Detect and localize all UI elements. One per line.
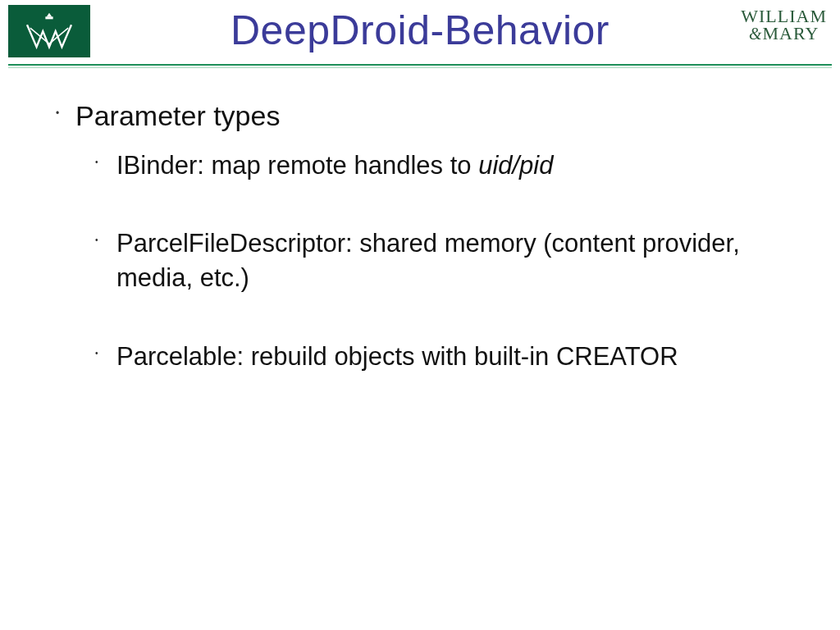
bullet-level2: • ParcelFileDescriptor: shared memory (c… xyxy=(92,226,807,295)
wordmark-line2: &MARY xyxy=(741,25,827,43)
slide-body: • Parameter types • IBinder: map remote … xyxy=(52,98,807,374)
wordmark-mary: MARY xyxy=(763,23,819,43)
wordmark-ampersand: & xyxy=(749,25,763,43)
bullet-level1-text: Parameter types xyxy=(75,98,280,134)
bullet-level2: • Parcelable: rebuild objects with built… xyxy=(92,340,807,374)
bullet-level2-text: Parcelable: rebuild objects with built-i… xyxy=(116,340,678,374)
slide-title: DeepDroid-Behavior xyxy=(0,7,840,54)
bullet-level1: • Parameter types xyxy=(52,98,807,134)
text-italic: uid/pid xyxy=(478,151,553,180)
bullet-dot-icon: • xyxy=(92,340,116,368)
wm-wordmark-logo: WILLIAM &MARY xyxy=(741,8,827,43)
bullet-dot-icon: • xyxy=(92,148,116,176)
text-plain: IBinder: map remote handles to xyxy=(116,151,478,180)
bullet-dot-icon: • xyxy=(52,98,75,128)
slide: DeepDroid-Behavior WILLIAM &MARY • Param… xyxy=(0,0,840,630)
header-divider xyxy=(8,64,832,68)
divider-line-bottom xyxy=(8,67,832,68)
bullet-level2-text: ParcelFileDescriptor: shared memory (con… xyxy=(116,226,756,295)
bullet-level2: • IBinder: map remote handles to uid/pid xyxy=(92,148,807,183)
text-plain: Parcelable: rebuild objects with built-i… xyxy=(116,342,678,371)
bullet-dot-icon: • xyxy=(92,226,116,254)
slide-header: DeepDroid-Behavior WILLIAM &MARY xyxy=(0,0,840,69)
bullet-level2-text: IBinder: map remote handles to uid/pid xyxy=(116,148,554,183)
divider-line-top xyxy=(8,64,832,66)
text-plain: ParcelFileDescriptor: shared memory (con… xyxy=(116,229,740,292)
bullet-level2-group: • IBinder: map remote handles to uid/pid… xyxy=(92,148,807,374)
